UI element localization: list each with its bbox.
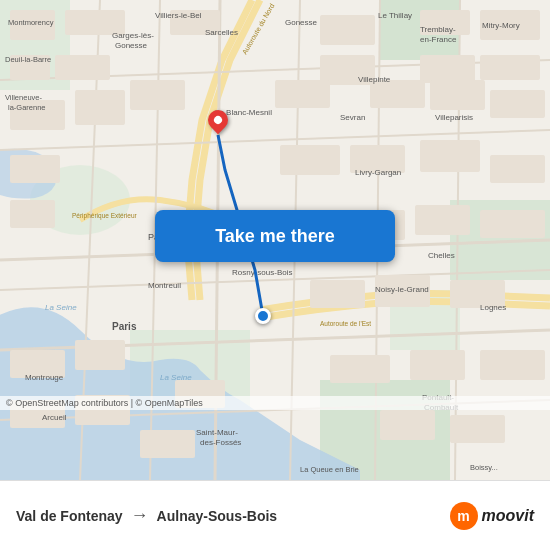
svg-text:Chelles: Chelles	[428, 251, 455, 260]
svg-text:Sevran: Sevran	[340, 113, 365, 122]
svg-rect-39	[280, 145, 340, 175]
svg-rect-43	[10, 200, 55, 228]
svg-text:Le Thillay: Le Thillay	[378, 11, 412, 20]
svg-text:Montrouge: Montrouge	[25, 373, 64, 382]
svg-text:Tremblay-: Tremblay-	[420, 25, 456, 34]
svg-text:Gonesse: Gonesse	[115, 41, 148, 50]
arrow-icon: →	[131, 505, 149, 526]
svg-text:Gonesse: Gonesse	[285, 18, 318, 27]
svg-text:en-France: en-France	[420, 35, 457, 44]
svg-rect-48	[310, 280, 365, 308]
svg-text:Arcueil: Arcueil	[42, 413, 67, 422]
svg-text:Boissy...: Boissy...	[470, 463, 498, 472]
svg-rect-55	[75, 340, 125, 370]
moovit-brand: moovit	[482, 507, 534, 525]
route-info: Val de Fontenay → Aulnay-Sous-Bois	[16, 505, 450, 526]
svg-rect-37	[490, 90, 545, 118]
svg-text:La Queue en Brie: La Queue en Brie	[300, 465, 359, 474]
svg-rect-59	[140, 430, 195, 458]
copyright-bar: © OpenStreetMap contributors | © OpenMap…	[0, 396, 550, 410]
svg-rect-46	[415, 205, 470, 235]
map-container: Villiers-le-Bel Sarcelles Gonesse Le Thi…	[0, 0, 550, 480]
svg-text:Rosny-sous-Bois: Rosny-sous-Bois	[232, 268, 292, 277]
svg-text:La Seine: La Seine	[45, 303, 77, 312]
current-location-dot	[255, 308, 271, 324]
svg-text:Villiers-le-Bel: Villiers-le-Bel	[155, 11, 202, 20]
destination-label: Aulnay-Sous-Bois	[157, 508, 278, 524]
svg-rect-34	[275, 80, 330, 108]
take-me-there-button[interactable]: Take me there	[155, 210, 395, 262]
svg-text:Deuil-la-Barre: Deuil-la-Barre	[5, 55, 51, 64]
svg-rect-35	[370, 80, 425, 108]
svg-rect-29	[420, 55, 475, 83]
svg-text:Montreuil: Montreuil	[148, 281, 181, 290]
svg-text:Villeneuve-: Villeneuve-	[5, 93, 42, 102]
svg-rect-41	[420, 140, 480, 172]
svg-text:La Seine: La Seine	[160, 373, 192, 382]
destination-pin	[208, 110, 228, 130]
svg-text:Lognes: Lognes	[480, 303, 506, 312]
svg-text:la-Garenne: la-Garenne	[8, 103, 46, 112]
svg-rect-60	[380, 410, 435, 440]
svg-rect-42	[490, 155, 545, 183]
svg-rect-33	[130, 80, 185, 110]
svg-text:Mitry-Mory: Mitry-Mory	[482, 21, 520, 30]
bottom-bar: Val de Fontenay → Aulnay-Sous-Bois m moo…	[0, 480, 550, 550]
svg-text:Villepinte: Villepinte	[358, 75, 391, 84]
moovit-icon: m	[450, 502, 478, 530]
svg-rect-23	[320, 15, 375, 45]
svg-rect-32	[75, 90, 125, 125]
svg-rect-36	[430, 80, 485, 110]
svg-text:des-Fossés: des-Fossés	[200, 438, 241, 447]
svg-rect-38	[10, 155, 60, 183]
svg-rect-51	[480, 350, 545, 380]
svg-rect-61	[450, 415, 505, 443]
origin-label: Val de Fontenay	[16, 508, 123, 524]
svg-rect-30	[480, 55, 540, 80]
moovit-logo: m moovit	[450, 502, 534, 530]
svg-rect-52	[410, 350, 465, 380]
svg-rect-47	[480, 210, 545, 238]
svg-text:Montmorency: Montmorency	[8, 18, 54, 27]
svg-text:Garges-lès-: Garges-lès-	[112, 31, 154, 40]
svg-rect-27	[55, 55, 110, 80]
svg-text:Saint-Maur-: Saint-Maur-	[196, 428, 238, 437]
svg-text:Livry-Gargan: Livry-Gargan	[355, 168, 401, 177]
svg-text:Périphérique Extérieur: Périphérique Extérieur	[72, 212, 138, 220]
svg-text:Autoroute de l'Est: Autoroute de l'Est	[320, 320, 371, 327]
svg-text:Villeparisis: Villeparisis	[435, 113, 473, 122]
svg-text:Paris: Paris	[112, 321, 137, 332]
svg-text:Sarcelles: Sarcelles	[205, 28, 238, 37]
svg-rect-53	[330, 355, 390, 383]
svg-text:Noisy-le-Grand: Noisy-le-Grand	[375, 285, 429, 294]
